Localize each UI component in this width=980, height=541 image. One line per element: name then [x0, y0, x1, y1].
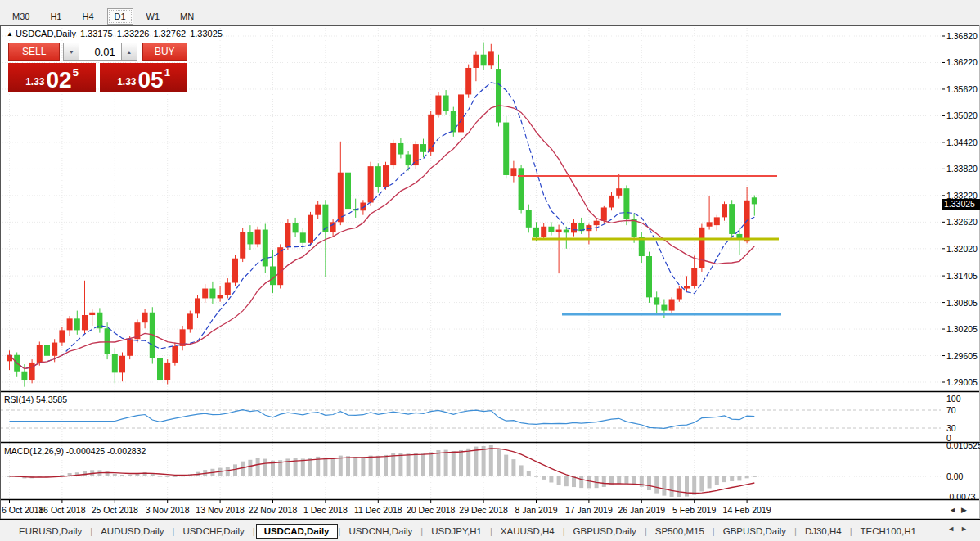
- date-axis-label: 25 Oct 2018: [92, 505, 138, 515]
- symbol-name: USDCAD,Daily: [16, 29, 76, 38]
- timeframe-button-w1[interactable]: W1: [139, 8, 168, 25]
- window-top-strip: [0, 0, 980, 7]
- price-axis-label: 1.34420: [946, 138, 978, 147]
- ohlc-high: 1.33226: [117, 29, 150, 38]
- ohlc-low: 1.32762: [153, 29, 186, 38]
- tab-dj30-h4[interactable]: DJ30,H4: [798, 524, 849, 539]
- date-axis-label: 29 Dec 2018: [459, 505, 508, 515]
- tab-eurusd-daily[interactable]: EURUSD,Daily: [11, 524, 89, 539]
- chart-tab-bar: EURUSD,Daily|AUDUSD,Daily|USDCHF,Daily|U…: [0, 521, 980, 541]
- tab-separator: |: [90, 526, 92, 536]
- toolbar-separator: [61, 1, 61, 6]
- date-axis-label: 8 Jan 2019: [515, 505, 558, 515]
- price-axis-label: 1.29605: [946, 351, 978, 361]
- price-axis-label: 1.30805: [946, 298, 978, 308]
- scroll-right-icon[interactable]: ▶: [961, 506, 972, 514]
- bid-price-sup: 5: [73, 66, 79, 79]
- ask-price-panel[interactable]: 1.33051: [100, 63, 187, 92]
- tab-separator: |: [490, 526, 492, 536]
- tab-separator: |: [420, 526, 423, 536]
- tab-gbpusd-daily[interactable]: GBPUSD,Daily: [566, 524, 644, 539]
- chart-window[interactable]: ▲USDCAD,Daily1.331751.332261.327621.3302…: [0, 25, 980, 520]
- ohlc-close: 1.33025: [190, 29, 223, 38]
- bid-price-prefix: 1.33: [25, 76, 44, 88]
- price-axis-label: 1.36220: [946, 57, 978, 67]
- macd-label: MACD(12,26,9) -0.000425 -0.002832: [4, 446, 146, 456]
- date-axis-label: 26 Jan 2019: [618, 505, 665, 515]
- ask-price-prefix: 1.33: [117, 76, 136, 88]
- date-axis-label: 5 Feb 2019: [672, 505, 716, 515]
- tab-sp500-m15[interactable]: SP500,M15: [648, 524, 712, 539]
- price-axis-label: 1.32620: [946, 217, 978, 227]
- price-axis-label: 1.35020: [946, 110, 978, 120]
- bid-price-panel[interactable]: 1.33025: [8, 63, 96, 92]
- tab-separator: |: [645, 526, 647, 536]
- ask-price-big: 05: [137, 71, 163, 89]
- date-axis-label: 13 Nov 2018: [196, 505, 245, 515]
- spin-down-icon: ▼: [69, 49, 74, 55]
- timeframe-button-m30[interactable]: M30: [5, 8, 37, 25]
- macd-axis-label: 0.00: [946, 471, 963, 481]
- date-axis-label: 16 Oct 2018: [38, 505, 85, 515]
- timeframe-toolbar: M30H1H4D1W1MN: [0, 7, 980, 25]
- tab-separator: |: [173, 526, 175, 536]
- date-axis-label: 22 Nov 2018: [249, 505, 298, 515]
- tab-audusd-daily[interactable]: AUDUSD,Daily: [93, 524, 171, 539]
- price-axis-label: 1.35620: [946, 84, 978, 94]
- rsi-axis-label: 100: [946, 394, 961, 403]
- date-axis-label: 3 Nov 2018: [146, 505, 190, 515]
- tab-usdcnh-daily[interactable]: USDCNH,Daily: [341, 524, 420, 539]
- price-axis-label: 1.33820: [946, 164, 978, 174]
- tab-scroll-left-icon[interactable]: ◄: [947, 525, 960, 533]
- price-axis-label: 1.31405: [946, 271, 978, 281]
- date-axis-label: 6 Oct 2018: [2, 505, 43, 515]
- tab-xauusd-h4[interactable]: XAUUSD,H4: [493, 524, 562, 539]
- tab-gbpusd-daily[interactable]: GBPUSD,Daily: [716, 524, 793, 539]
- sell-button[interactable]: SELL: [8, 43, 60, 61]
- tab-usdchf-daily[interactable]: USDCHF,Daily: [175, 524, 251, 539]
- toolbar-separator: [137, 1, 137, 6]
- price-axis-label: 1.30205: [946, 324, 978, 334]
- macd-axis-label: -0.0073: [946, 492, 976, 502]
- date-axis-label: 11 Dec 2018: [354, 505, 402, 515]
- tab-separator: |: [563, 526, 565, 536]
- tab-usdjpy-h1[interactable]: USDJPY,H1: [424, 524, 489, 539]
- tab-usdcad-daily[interactable]: USDCAD,Daily: [256, 524, 338, 539]
- tab-separator: |: [794, 526, 797, 536]
- scroll-left-icon[interactable]: ◄: [949, 506, 961, 514]
- date-axis-label: 17 Jan 2019: [565, 505, 613, 515]
- timeframe-button-d1[interactable]: D1: [107, 8, 133, 25]
- bid-price-big: 02: [46, 71, 71, 89]
- chart-scroll-arrows[interactable]: ◄▶: [949, 506, 972, 514]
- date-axis-label: 20 Dec 2018: [407, 505, 456, 515]
- tab-separator: |: [253, 526, 255, 536]
- one-click-trading-panel: SELL ▼ 0.01 ▲ BUY 1.33025 1.33051: [8, 43, 187, 92]
- rsi-axis-label: 30: [946, 423, 956, 433]
- spin-up-icon: ▲: [126, 49, 132, 55]
- rsi-label: RSI(14) 54.3585: [4, 394, 67, 404]
- macd-axis-label: 0.010525: [946, 440, 980, 450]
- rsi-axis-label: 70: [946, 405, 956, 415]
- ask-price-sup: 1: [164, 66, 170, 79]
- price-axis-label: 1.36820: [946, 31, 978, 41]
- current-price-badge: 1.33025: [942, 199, 980, 210]
- volume-decrease-button[interactable]: ▼: [63, 43, 79, 61]
- volume-increase-button[interactable]: ▲: [121, 43, 137, 61]
- timeframe-button-h1[interactable]: H1: [43, 8, 69, 25]
- price-chart-canvas[interactable]: [0, 25, 980, 520]
- collapse-triangle-icon[interactable]: ▲: [7, 30, 13, 38]
- ohlc-open: 1.33175: [80, 29, 113, 38]
- price-axis-label: 1.29005: [946, 377, 978, 387]
- price-axis-label: 1.32020: [946, 244, 978, 254]
- tab-separator: |: [339, 526, 341, 536]
- volume-input[interactable]: 0.01: [79, 43, 121, 61]
- buy-button[interactable]: BUY: [142, 43, 187, 61]
- timeframe-button-mn[interactable]: MN: [173, 8, 201, 25]
- tab-separator: |: [713, 526, 715, 536]
- timeframe-button-h4[interactable]: H4: [74, 8, 101, 25]
- tab-tech100-h1[interactable]: TECH100,H1: [853, 524, 924, 539]
- tab-scroll-arrows[interactable]: ◄►: [947, 525, 973, 533]
- date-axis-label: 1 Dec 2018: [303, 505, 348, 515]
- tab-scroll-right-icon[interactable]: ►: [960, 525, 973, 533]
- tab-separator: |: [850, 526, 852, 536]
